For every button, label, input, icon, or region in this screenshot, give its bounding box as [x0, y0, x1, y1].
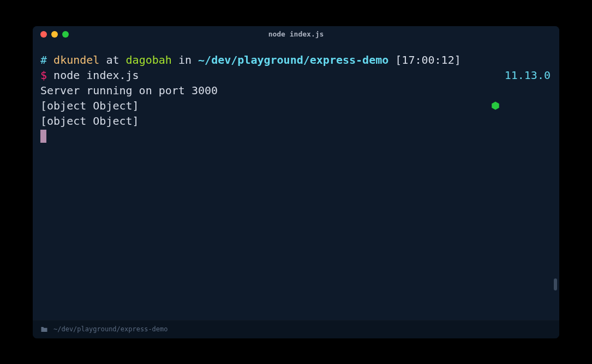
output-line: [object Object] [40, 98, 551, 113]
command-row: $ node index.js 11.13.0 [40, 68, 551, 83]
prompt-at: at [106, 52, 119, 68]
prompt-context-line: # dkundel at dagobah in ~/dev/playground… [40, 52, 551, 68]
terminal-body[interactable]: # dkundel at dagobah in ~/dev/playground… [33, 43, 559, 320]
cursor-block [40, 130, 46, 143]
prompt-in: in [178, 52, 192, 68]
scrollbar-thumb[interactable] [554, 278, 557, 290]
prompt-user: dkundel [53, 52, 99, 68]
output-line: [object Object] [40, 113, 551, 129]
svg-marker-0 [492, 101, 499, 110]
prompt-host: dagobah [126, 52, 172, 68]
prompt-hash: # [40, 52, 47, 68]
output-line: Server running on port 3000 [40, 83, 551, 98]
prompt-symbol: $ [40, 68, 47, 83]
window-title: node index.js [268, 30, 324, 38]
prompt-path: ~/dev/playground/express-demo [198, 52, 388, 68]
minimize-icon[interactable] [51, 31, 58, 38]
maximize-icon[interactable] [62, 31, 69, 38]
prompt-timestamp: [17:00:12] [395, 52, 461, 68]
terminal-window: node index.js # dkundel at dagobah in ~/… [33, 26, 559, 338]
hexagon-icon [491, 70, 500, 80]
node-version-text: 11.13.0 [505, 68, 551, 83]
cursor-line [40, 129, 551, 144]
close-icon[interactable] [40, 31, 47, 38]
statusbar-path: ~/dev/playground/express-demo [53, 325, 168, 333]
folder-icon [40, 326, 48, 332]
command-text: node index.js [53, 68, 139, 83]
statusbar: ~/dev/playground/express-demo [33, 320, 559, 338]
node-version-badge: 11.13.0 [491, 68, 551, 83]
window-titlebar[interactable]: node index.js [33, 26, 559, 43]
traffic-lights [33, 31, 69, 38]
